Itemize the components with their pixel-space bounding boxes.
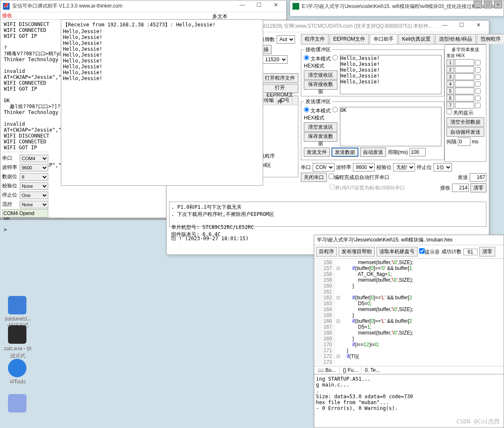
open-eeprom-button[interactable]: 打开EEPROM文件 <box>261 84 298 93</box>
close-button[interactable]: × <box>494 1 502 8</box>
pin-icon[interactable]: 📌 <box>3 3 9 8</box>
autoopen-cb[interactable]: 编程完成后自动打开串口 <box>329 174 389 181</box>
tab-0[interactable]: 程序文件 <box>301 34 329 44</box>
close-button[interactable]: ✕ <box>268 0 284 10</box>
ms-btn[interactable]: 4 <box>447 80 454 87</box>
send-textmode-radio[interactable]: 文本模式 <box>304 108 331 114</box>
ser-baud-select[interactable]: 9600 <box>353 163 375 171</box>
pane-tab[interactable]: 📖 Bo... <box>314 366 339 374</box>
com-status: COM4 Opend <box>2 209 48 218</box>
recv-buffer-group: 接收缓冲区 文本模式 HEX模式 清空接收区 保存接收数据 Hello,Jess… <box>301 46 444 96</box>
minimize-button[interactable]: — <box>234 0 250 10</box>
pane-tab[interactable]: {} Fu... <box>339 366 361 374</box>
maximize-button[interactable]: □ <box>484 1 492 8</box>
tab-3[interactable]: Keil仿真设置 <box>398 34 434 44</box>
baud-select[interactable]: 9600 <box>20 164 48 171</box>
flow-select[interactable]: None <box>20 201 48 208</box>
desktop-icon[interactable]: calc.exe - 快 捷方式 <box>3 325 32 359</box>
network-recv-box: 【Receive from 192.168.2.38 :45273】: Hell… <box>61 19 263 186</box>
ms-input[interactable] <box>455 102 474 109</box>
ser-parity-select[interactable]: 无校验 <box>393 163 415 171</box>
auto-send-button[interactable]: 自动发送 <box>360 148 386 157</box>
serial-settings: 串口COM4 波特率9600 数据位8 校验位None 停止位One 流控Non… <box>2 152 48 218</box>
close-hint-cb[interactable]: 关闭提示 <box>447 110 473 115</box>
period-input[interactable] <box>410 148 426 156</box>
zero-button[interactable]: 清零 <box>470 183 486 192</box>
interval-input[interactable] <box>458 137 470 146</box>
code-editor[interactable]: 156 memset(buffer,'\0',SIZE);157⊟ if(buf… <box>314 259 504 366</box>
ms-btn[interactable]: 7 <box>447 102 454 109</box>
publish-help-button[interactable]: 发布项目帮助 <box>339 247 375 257</box>
stopbits-select[interactable]: One <box>20 192 48 199</box>
multi-string-send: 多字符串发送 发送 HEX 1234567 关闭提示 清空全部数据 自动循环发送… <box>444 44 486 162</box>
save-send-button[interactable]: 保存发送数据 <box>304 132 337 142</box>
ms-hex-cb[interactable] <box>475 103 480 108</box>
tab-4[interactable]: 选型/价格/样品 <box>435 34 476 44</box>
parity-select[interactable]: None <box>20 182 48 190</box>
tab-1[interactable]: EEPROM文件 <box>329 34 369 44</box>
ms-hex-cb[interactable] <box>475 96 480 101</box>
send-file-button[interactable]: 发送文件 <box>304 148 330 157</box>
maximize-button[interactable]: ☐ <box>251 0 267 10</box>
ms-hex-cb[interactable] <box>475 60 480 65</box>
ms-btn[interactable]: 2 <box>447 66 454 73</box>
ms-btn[interactable]: 6 <box>447 95 454 101</box>
ser-com-select[interactable]: COM3 <box>313 163 334 171</box>
watermark: CSDN @Cui杰西 <box>456 418 500 425</box>
ms-input[interactable] <box>455 88 474 94</box>
send-data-button[interactable]: 发送数据 <box>332 148 358 157</box>
window-title: 安信可串口调试助手 V1.2.3.0 www.ai-thinker.com <box>12 3 234 10</box>
close-port-button[interactable]: 关闭串口 <box>301 173 327 182</box>
read-disk-button[interactable]: 读取本机硬盘号 <box>376 247 418 257</box>
desktop-icon[interactable] <box>3 394 32 413</box>
ser-stop-select[interactable]: 1位 <box>433 163 452 171</box>
load-program-button[interactable]: 目程序 <box>316 247 337 257</box>
maximize-button[interactable]: ☐ <box>454 21 470 30</box>
build-output: ing STARTUP.A51... g main.c... . Size: d… <box>314 374 504 413</box>
pincount-select[interactable]: Auto <box>277 35 295 44</box>
textmode-radio[interactable]: 文本模式 <box>304 56 331 62</box>
com-select[interactable]: COM4 <box>20 155 48 162</box>
tab-2[interactable]: 串口助手 <box>370 34 397 44</box>
sent-count <box>470 173 486 182</box>
keil-path-window: E:\学习\嵌入式学习\Jessie\code\Keil\15. wifi模块编… <box>290 0 504 16</box>
hint-sound-cb[interactable]: 提示音 <box>419 248 440 256</box>
clear-recv-button[interactable]: 清空接收区 <box>304 70 337 80</box>
file-path: 学习\嵌入式学习\Jessie\code\Keil\15. wifi模块编..\… <box>314 235 504 245</box>
open-prog-button[interactable]: 打开程序文件 <box>261 73 298 83</box>
clear-send-button[interactable]: 清空发送区 <box>304 122 337 132</box>
tab-5[interactable]: 范例程序 <box>477 34 504 44</box>
receive-label: 接收 <box>0 12 286 20</box>
pane-tab[interactable]: 0. Te... <box>361 366 383 374</box>
ms-input[interactable] <box>455 59 474 66</box>
ms-input[interactable] <box>455 80 474 87</box>
ms-input[interactable] <box>455 66 474 73</box>
ms-hex-cb[interactable] <box>475 81 480 87</box>
recv-count <box>452 184 469 192</box>
ms-input[interactable] <box>455 73 474 80</box>
recv-textarea[interactable]: Hello,Jessie! Hello,Jessie! Hello,Jessie… <box>340 55 441 94</box>
close-button[interactable]: ✕ <box>470 21 486 30</box>
send-textarea[interactable]: OK <box>340 107 441 146</box>
ms-btn[interactable]: 5 <box>447 88 454 94</box>
window-title: E:\学习\嵌入式学习\Jessie\code\Keil\15. wifi模块编… <box>302 3 501 10</box>
databits-select[interactable]: 8 <box>20 173 48 181</box>
minimize-button[interactable]: _ <box>474 1 482 8</box>
maxbaud-select[interactable]: 115200 <box>262 55 287 64</box>
clear-all-button[interactable]: 清空全部数据 <box>447 117 484 127</box>
desktop-icon[interactable]: i4Tools <box>3 359 32 384</box>
minimize-button[interactable]: — <box>437 21 453 30</box>
ms-btn[interactable]: 3 <box>447 73 454 80</box>
save-recv-button[interactable]: 保存接收数据 <box>304 80 337 90</box>
u8u7-cb[interactable]: 将U8/U7设置为标准USB转串口 <box>329 184 405 192</box>
zero-button[interactable]: 清零 <box>479 247 495 257</box>
auto-loop-button[interactable]: 自动循环发送 <box>447 127 484 137</box>
ms-btn[interactable]: 1 <box>447 59 454 66</box>
ms-hex-cb[interactable] <box>475 88 480 94</box>
ms-input[interactable] <box>455 95 474 101</box>
desktop-icon[interactable]: baidunetd... -快捷方式 <box>3 296 32 328</box>
ms-hex-cb[interactable] <box>475 67 480 73</box>
keil-icon <box>292 3 299 10</box>
output-log: . P1.0和P1.1与下次下载无关 . 下次下载用户程序时,不擦除用户EEPR… <box>169 202 486 227</box>
ms-hex-cb[interactable] <box>475 74 480 80</box>
